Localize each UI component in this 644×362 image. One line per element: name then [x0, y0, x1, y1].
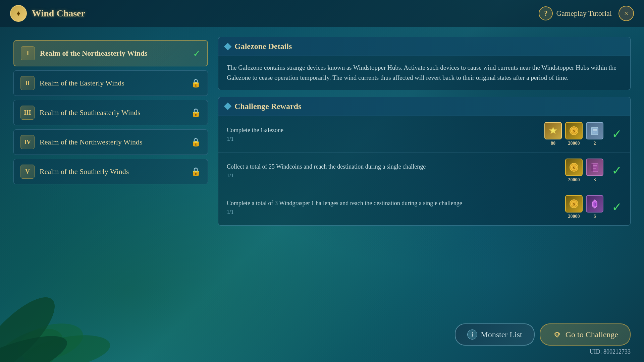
button-row: i Monster List Go to Challenge [455, 323, 631, 346]
galezone-header: Galezone Details [218, 37, 630, 56]
galezone-body: The Galezone contains strange devices kn… [218, 56, 630, 90]
main-content: I Realm of the Northeasterly Winds ✓ II … [0, 30, 644, 362]
galezone-title: Galezone Details [234, 42, 292, 51]
reward-items-3: $ 20000 6 [565, 195, 603, 219]
lock-icon-4: 🔒 [191, 137, 201, 147]
reward-row-3: Complete a total of 3 Windgrasper Challe… [218, 189, 630, 225]
go-to-challenge-button[interactable]: Go to Challenge [540, 323, 631, 346]
scroll-icon [586, 122, 603, 139]
reward-text-3: Complete a total of 3 Windgrasper Challe… [227, 199, 560, 215]
svg-rect-17 [591, 164, 593, 172]
realm-numeral-1: I [21, 46, 35, 60]
svg-text:$: $ [573, 202, 575, 206]
svg-text:$: $ [573, 129, 575, 133]
svg-text:$: $ [573, 166, 575, 170]
rewards-title: Challenge Rewards [234, 102, 301, 111]
svg-rect-9 [591, 127, 598, 135]
location-icon [552, 329, 562, 340]
tutorial-label: Gameplay Tutorial [556, 9, 612, 18]
lock-icon-5: 🔒 [191, 167, 201, 176]
bottom-bar: i Monster List Go to Challenge UID: 8002… [455, 323, 631, 355]
uid-label: UID: 800212733 [590, 348, 631, 355]
reward-text-2: Collect a total of 25 Windcoins and reac… [227, 163, 560, 179]
realm-name-1: Realm of the Northeasterly Winds [40, 49, 188, 58]
info-icon: i [467, 329, 477, 340]
realm-list: I Realm of the Northeasterly Winds ✓ II … [13, 37, 208, 355]
reward-item-coin-2: $ 20000 [565, 159, 583, 183]
reward-text-1: Complete the Galezone 1/1 [227, 126, 539, 142]
reward-item-book: 3 [586, 159, 603, 183]
header: ♦ Wind Chaser ? Gameplay Tutorial × [0, 0, 644, 27]
reward-check-2: ✓ [612, 164, 622, 178]
realm-item-5[interactable]: V Realm of the Southerly Winds 🔒 [13, 159, 208, 184]
reward-item-star: 80 [544, 122, 562, 146]
realm-name-4: Realm of the Northwesterly Winds [40, 137, 186, 147]
reward-row-2: Collect a total of 25 Windcoins and reac… [218, 153, 630, 189]
reward-items-1: 80 $ 20000 [544, 122, 603, 146]
app-icon: ♦ [10, 5, 27, 22]
app-title: Wind Chaser [32, 8, 85, 19]
realm-numeral-3: III [20, 106, 35, 120]
tutorial-button[interactable]: ? Gameplay Tutorial [539, 6, 612, 20]
reward-progress-2: 1/1 [227, 173, 560, 179]
reward-item-coin-3: $ 20000 [565, 195, 583, 219]
galezone-details-section: Galezone Details The Galezone contains s… [218, 37, 631, 90]
rewards-diamond-icon [224, 103, 232, 110]
realm-name-2: Realm of the Easterly Winds [40, 78, 186, 88]
star-count: 80 [551, 141, 555, 146]
coin-count-3: 20000 [568, 214, 580, 219]
coin-icon-2: $ [565, 159, 583, 176]
realm-item-1[interactable]: I Realm of the Northeasterly Winds ✓ [13, 40, 208, 66]
reward-progress-3: 1/1 [227, 209, 560, 215]
scroll-count: 2 [594, 141, 596, 146]
reward-item-coin-1: $ 20000 [565, 122, 583, 146]
coin-count-2: 20000 [568, 177, 580, 183]
challenge-rewards-section: Challenge Rewards Complete the Galezone … [218, 97, 631, 226]
coin-count-1: 20000 [568, 141, 580, 146]
lock-icon-2: 🔒 [191, 78, 201, 88]
header-right: ? Gameplay Tutorial × [539, 6, 634, 21]
book-icon [586, 159, 603, 176]
realm-numeral-5: V [20, 165, 35, 179]
reward-check-1: ✓ [612, 127, 622, 141]
realm-numeral-4: IV [20, 135, 35, 149]
realm-name-3: Realm of the Southeasterly Winds [40, 108, 186, 118]
reward-items-2: $ 20000 [565, 159, 603, 183]
reward-item-crystal: 6 [586, 195, 603, 219]
details-panel: Galezone Details The Galezone contains s… [218, 37, 631, 355]
reward-row-1: Complete the Galezone 1/1 80 [218, 116, 630, 153]
diamond-icon [224, 43, 232, 50]
reward-desc-3: Complete a total of 3 Windgrasper Challe… [227, 199, 560, 207]
realm-name-5: Realm of the Southerly Winds [40, 167, 186, 177]
realm-item-3[interactable]: III Realm of the Southeasterly Winds 🔒 [13, 100, 208, 125]
reward-check-3: ✓ [612, 200, 622, 214]
tutorial-icon: ? [539, 6, 553, 20]
galezone-description: The Galezone contains strange devices kn… [227, 63, 622, 83]
realm-check-icon-1: ✓ [193, 48, 201, 59]
realm-numeral-2: II [20, 76, 35, 90]
coin-icon-3: $ [565, 195, 583, 213]
close-button[interactable]: × [619, 6, 634, 21]
reward-desc-2: Collect a total of 25 Windcoins and reac… [227, 163, 560, 171]
crystal-icon [586, 195, 603, 213]
realm-item-2[interactable]: II Realm of the Easterly Winds 🔒 [13, 70, 208, 96]
crystal-count: 6 [594, 214, 596, 219]
reward-progress-1: 1/1 [227, 136, 539, 142]
rewards-header: Challenge Rewards [218, 97, 630, 116]
reward-desc-1: Complete the Galezone [227, 126, 539, 134]
monster-list-button[interactable]: i Monster List [455, 323, 534, 346]
realm-item-4[interactable]: IV Realm of the Northwesterly Winds 🔒 [13, 129, 208, 155]
lock-icon-3: 🔒 [191, 108, 201, 117]
star-icon [544, 122, 562, 139]
svg-marker-5 [549, 127, 557, 134]
coin-icon-1: $ [565, 122, 583, 139]
reward-item-scroll: 2 [586, 122, 603, 146]
header-left: ♦ Wind Chaser [10, 5, 85, 22]
book-count: 3 [594, 177, 596, 183]
